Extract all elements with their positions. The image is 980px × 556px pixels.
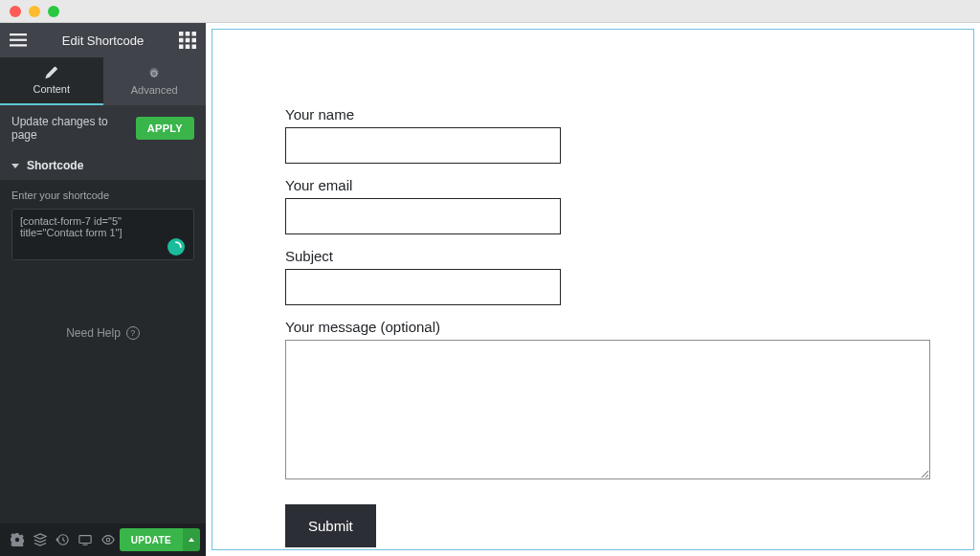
svg-rect-11 [192,45,197,50]
update-options-button[interactable] [183,528,200,551]
update-changes-row: Update changes to page APPLY [0,105,206,151]
svg-rect-5 [192,32,197,36]
navigator-icon[interactable] [29,523,52,556]
panel-title: Edit Shortcode [27,33,179,48]
svg-rect-13 [79,536,91,544]
svg-rect-2 [10,45,27,47]
svg-rect-9 [179,45,184,50]
svg-rect-4 [186,32,190,36]
subject-input[interactable] [285,269,561,305]
help-icon: ? [126,326,140,340]
sidebar-header: Edit Shortcode [0,23,206,57]
svg-point-14 [106,538,110,542]
need-help-link[interactable]: Need Help ? [0,326,206,340]
name-input[interactable] [285,127,561,164]
section-shortcode-header[interactable]: Shortcode [0,151,206,180]
shortcode-input[interactable] [11,209,194,260]
email-input[interactable] [285,198,561,234]
form-field-name: Your name [285,106,935,164]
responsive-icon[interactable] [74,523,97,556]
apply-button[interactable]: APPLY [136,117,194,140]
maximize-window-icon[interactable] [48,6,59,17]
tab-advanced[interactable]: Advanced [103,57,207,105]
editor-frame[interactable]: Your name Your email Subject Your messag… [212,29,974,550]
email-label: Your email [285,177,935,193]
shortcode-field-label: Enter your shortcode [11,189,194,201]
settings-icon[interactable] [6,523,29,556]
name-label: Your name [285,106,935,122]
sidebar: Edit Shortcode Content Advanced Update c… [0,23,206,556]
svg-rect-7 [186,38,190,43]
message-input[interactable] [285,340,930,479]
caret-down-icon [11,164,19,168]
menu-icon[interactable] [10,33,27,47]
svg-rect-0 [10,33,27,35]
tab-advanced-label: Advanced [131,84,178,96]
subject-label: Subject [285,248,935,264]
need-help-label: Need Help [66,326,121,340]
sidebar-tabs: Content Advanced [0,57,206,105]
svg-rect-1 [10,39,27,41]
shortcode-panel: Enter your shortcode [0,180,206,278]
loading-spinner-icon [167,238,185,256]
form-field-subject: Subject [285,248,935,305]
caret-up-icon [189,538,194,542]
preview-canvas: Your name Your email Subject Your messag… [206,23,980,556]
update-button[interactable]: UPDATE [120,528,183,551]
preview-icon[interactable] [97,523,120,556]
svg-rect-10 [186,45,190,50]
tab-content[interactable]: Content [0,57,103,105]
history-icon[interactable] [52,523,75,556]
window-titlebar [0,0,980,23]
form-field-email: Your email [285,177,935,234]
close-window-icon[interactable] [10,6,21,17]
message-label: Your message (optional) [285,319,935,335]
tab-content-label: Content [33,83,70,95]
update-changes-label: Update changes to page [11,115,136,142]
widgets-grid-icon[interactable] [179,33,196,47]
svg-rect-6 [179,38,184,43]
minimize-window-icon[interactable] [29,6,40,17]
bottom-toolbar: UPDATE [0,523,206,556]
svg-rect-8 [192,38,197,43]
section-shortcode-title: Shortcode [27,159,83,172]
form-field-message: Your message (optional) [285,319,935,483]
svg-rect-3 [179,32,184,36]
submit-button[interactable]: Submit [285,504,376,547]
